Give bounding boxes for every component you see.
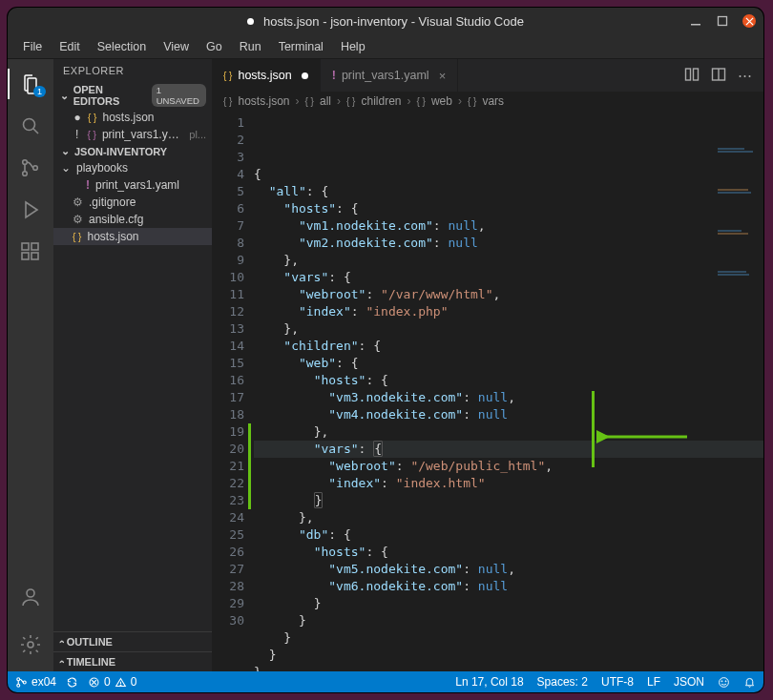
editor-tab[interactable]: { }hosts.json xyxy=(212,59,321,92)
code-line[interactable]: { xyxy=(254,166,763,183)
menu-terminal[interactable]: Terminal xyxy=(271,37,331,56)
status-eol[interactable]: LF xyxy=(647,675,660,689)
chevron-down-icon: ⌄ xyxy=(61,161,71,175)
code-line[interactable]: "children": { xyxy=(254,338,763,355)
breadcrumb-segment[interactable]: web xyxy=(431,94,452,108)
code-line[interactable]: }, xyxy=(254,509,763,526)
code-line[interactable]: } xyxy=(254,595,763,612)
tree-item[interactable]: !print_vars1.yaml xyxy=(53,176,212,194)
svg-rect-8 xyxy=(31,253,38,259)
open-editor-item[interactable]: ●{ }hosts.json xyxy=(53,109,212,126)
breadcrumb-icon: { } xyxy=(468,96,476,107)
code-line[interactable]: "db": { xyxy=(254,526,763,544)
code-line[interactable]: }, xyxy=(254,252,763,269)
activity-debug-icon[interactable] xyxy=(8,191,53,229)
tree-item[interactable]: ⚙.gitignore xyxy=(53,194,212,211)
status-encoding[interactable]: UTF-8 xyxy=(601,675,634,689)
status-bell-icon[interactable] xyxy=(743,676,756,689)
breadcrumb-segment[interactable]: hosts.json xyxy=(238,94,289,108)
close-button[interactable] xyxy=(742,14,756,28)
svg-rect-0 xyxy=(691,24,700,26)
svg-point-10 xyxy=(27,589,34,597)
code-content[interactable]: { "all": { "hosts": { "vm1.nodekite.com"… xyxy=(254,111,763,671)
dirty-dot-icon: ● xyxy=(73,111,82,124)
minimize-button[interactable] xyxy=(689,14,702,28)
yaml-file-icon: ! xyxy=(86,178,90,192)
split-editor-icon[interactable] xyxy=(711,67,726,85)
code-line[interactable]: "vm1.nodekite.com": null, xyxy=(254,217,763,235)
compare-icon[interactable] xyxy=(684,67,700,85)
project-header[interactable]: ⌄ JSON-INVENTORY xyxy=(53,143,212,159)
code-line[interactable]: "vm5.nodekite.com": null, xyxy=(254,561,763,578)
code-line[interactable]: "hosts": { xyxy=(254,372,763,389)
tree-item[interactable]: ⚙ansible.cfg xyxy=(53,211,212,228)
breadcrumb[interactable]: { }hosts.json›{ }all›{ }children›{ }web›… xyxy=(212,92,763,111)
code-line[interactable]: "hosts": { xyxy=(254,544,763,561)
tree-item[interactable]: ⌄playbooks xyxy=(53,159,212,176)
menu-view[interactable]: View xyxy=(156,37,197,56)
code-line[interactable]: "vars": { xyxy=(254,269,763,286)
code-line[interactable]: "all": { xyxy=(254,183,763,200)
activity-scm-icon[interactable] xyxy=(8,149,53,187)
maximize-button[interactable] xyxy=(716,14,729,28)
code-line[interactable]: } xyxy=(254,629,763,647)
activity-search-icon[interactable] xyxy=(8,107,53,145)
activity-account-icon[interactable] xyxy=(8,578,53,616)
code-line[interactable]: }, xyxy=(254,320,763,338)
status-language[interactable]: JSON xyxy=(674,675,704,689)
open-editors-header[interactable]: ⌄ OPEN EDITORS 1 UNSAVED xyxy=(53,82,212,109)
code-line[interactable]: "vm4.nodekite.com": null xyxy=(254,406,763,423)
activity-extensions-icon[interactable] xyxy=(8,233,53,271)
breadcrumb-segment[interactable]: all xyxy=(320,94,331,108)
status-branch[interactable]: ex04 xyxy=(15,675,56,689)
code-line[interactable]: "vm3.nodekite.com": null, xyxy=(254,389,763,406)
file-label: hosts.json xyxy=(87,230,138,243)
menu-selection[interactable]: Selection xyxy=(90,37,154,56)
code-line[interactable]: "index": "index.php" xyxy=(254,303,763,320)
dirty-dot-icon xyxy=(247,18,254,25)
yaml-file-icon: ! xyxy=(332,69,336,82)
tab-label: hosts.json xyxy=(238,69,291,82)
tree-item[interactable]: { }hosts.json xyxy=(53,228,212,245)
sidebar: EXPLORER ⌄ OPEN EDITORS 1 UNSAVED ●{ }ho… xyxy=(53,59,212,671)
code-line[interactable]: "web": { xyxy=(254,355,763,372)
breadcrumb-segment[interactable]: vars xyxy=(482,94,504,108)
more-icon[interactable]: ⋯ xyxy=(738,67,752,84)
menu-go[interactable]: Go xyxy=(198,37,230,56)
breadcrumb-segment[interactable]: children xyxy=(361,94,401,108)
editor-tab[interactable]: !print_vars1.yaml× xyxy=(321,59,458,92)
menu-help[interactable]: Help xyxy=(333,37,373,56)
menu-edit[interactable]: Edit xyxy=(52,37,88,56)
svg-point-11 xyxy=(28,642,33,648)
status-spaces[interactable]: Spaces: 2 xyxy=(537,675,588,689)
code-line[interactable]: } xyxy=(254,664,763,671)
status-sync[interactable] xyxy=(66,676,78,689)
file-label: print_vars1.yaml xyxy=(102,128,181,141)
breadcrumb-icon: { } xyxy=(305,96,314,107)
chevron-down-icon: ⌄ xyxy=(59,90,70,102)
code-line[interactable]: "vm2.nodekite.com": null xyxy=(254,235,763,252)
config-file-icon: ⚙ xyxy=(73,213,83,226)
code-line[interactable]: "webroot": "/var/www/html", xyxy=(254,286,763,303)
status-problems[interactable]: 0 0 xyxy=(88,675,136,689)
svg-point-25 xyxy=(725,680,726,681)
activity-settings-icon[interactable] xyxy=(8,626,53,664)
chevron-down-icon: ⌄ xyxy=(59,145,71,157)
code-line[interactable]: "vm6.nodekite.com": null xyxy=(254,578,763,595)
code-line[interactable]: } xyxy=(254,647,763,664)
code-line[interactable]: "hosts": { xyxy=(254,200,763,217)
timeline-section[interactable]: › TIMELINE xyxy=(53,651,212,671)
code-area[interactable]: 1234567891011121314151617181920212223242… xyxy=(212,111,763,671)
outline-section[interactable]: › OUTLINE xyxy=(53,631,212,651)
code-line[interactable]: } xyxy=(254,612,763,629)
status-lncol[interactable]: Ln 17, Col 18 xyxy=(455,675,523,689)
status-feedback-icon[interactable] xyxy=(718,676,730,689)
code-line[interactable]: "webroot": "/web/public_html", xyxy=(254,458,763,475)
code-line[interactable]: "index": "index.html" xyxy=(254,475,763,492)
activity-explorer-icon[interactable] xyxy=(8,65,53,103)
menu-file[interactable]: File xyxy=(15,37,50,56)
menu-run[interactable]: Run xyxy=(232,37,269,56)
code-line[interactable]: } xyxy=(254,492,763,509)
open-editor-item[interactable]: !{ }print_vars1.yamlpl... xyxy=(53,126,212,143)
close-tab-icon[interactable]: × xyxy=(439,69,447,83)
